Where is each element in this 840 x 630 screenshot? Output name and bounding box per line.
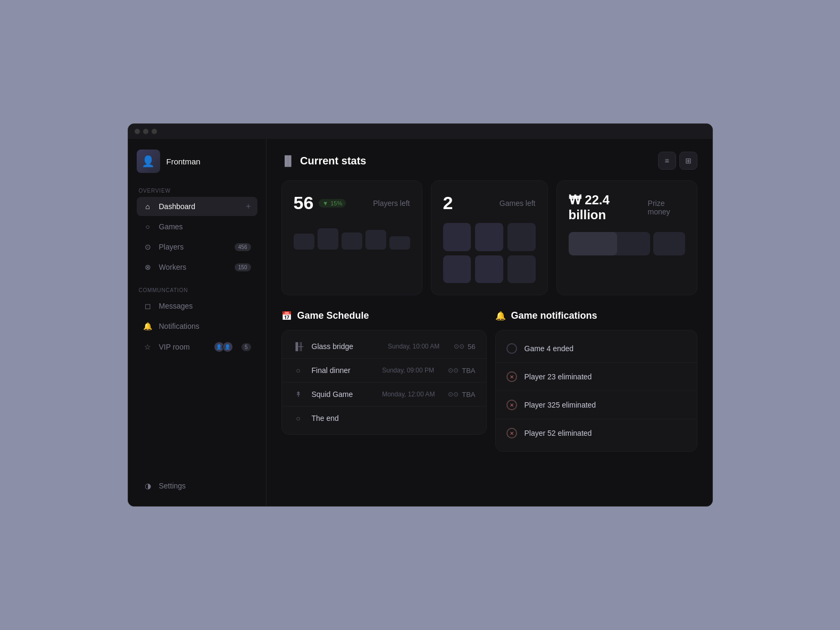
schedule-row-final-dinner[interactable]: ○ Final dinner Sunday, 09:00 PM ⊙⊙ TBA [282,359,486,383]
sidebar: 👤 Frontman OVERVIEW ⌂ Dashboard + ○ Game… [128,139,267,506]
bar-1 [294,234,314,250]
squid-game-players: ⊙⊙ TBA [448,391,475,399]
schedule-title-row: 📅 Game Schedule [281,310,487,321]
game-schedule-section: 📅 Game Schedule ▐╫ Glass bridge Sunday, … [281,310,487,452]
final-dinner-icon: ○ [293,366,304,375]
header-controls: ≡ ⊞ [658,152,697,170]
squid-game-icon: ↟ [293,390,304,399]
square-1 [443,223,471,251]
prize-label: Prize money [648,199,685,216]
final-dinner-count: TBA [462,367,475,375]
notif-player-325[interactable]: ✕ Player 325 eliminated [496,391,697,419]
avatar: 👤 [137,150,160,173]
square-3 [508,223,536,251]
vip-count-badge: 5 [242,343,251,351]
notif-text-player-23: Player 23 eliminated [525,372,592,381]
sidebar-item-vip-room[interactable]: ☆ VIP room 👤 👤 5 [137,337,257,357]
vip-label: VIP room [159,343,207,351]
grid-icon: ⊞ [685,156,692,165]
maximize-button[interactable] [152,129,157,134]
notification-bell-icon: 🔔 [495,311,506,321]
games-left-label: Games left [500,199,536,208]
schedule-card: ▐╫ Glass bridge Sunday, 10:00 AM ⊙⊙ 56 [281,330,487,435]
bar-2 [318,228,338,250]
bar-5 [389,236,410,250]
down-arrow-icon: ▼ [322,200,328,206]
square-2 [475,223,503,251]
sidebar-item-workers[interactable]: ⊗ Workers 150 [137,258,257,277]
grid-view-button[interactable]: ⊞ [679,152,697,170]
notif-text-player-52: Player 52 eliminated [525,429,592,437]
stats-header: ▐▌ Current stats ≡ ⊞ [281,152,697,170]
square-5 [475,255,503,284]
glass-bridge-count: 56 [468,343,475,351]
schedule-row-the-end[interactable]: ○ The end [282,407,486,430]
games-left-top: 2 Games left [443,193,536,213]
avatar-image: 👤 [137,150,160,173]
games-left-card: 2 Games left [431,180,548,295]
sidebar-item-settings[interactable]: ◑ Settings [137,476,257,495]
final-dinner-name: Final dinner [312,366,375,375]
profile-name: Frontman [167,157,201,166]
players-icon: ⊙ [143,242,153,252]
prize-amount: ₩ 22.4 billion [569,193,643,222]
the-end-icon: ○ [293,414,304,422]
players-group-icon-3: ⊙⊙ [448,391,459,398]
close-button[interactable] [135,129,140,134]
add-icon[interactable]: + [246,202,251,211]
prize-bar-right [653,232,685,255]
vip-avatars: 👤 👤 [214,342,233,352]
game-notifications-section: 🔔 Game notifications Game 4 ended ✕ Play… [495,310,697,452]
players-badge: 456 [235,243,251,251]
notif-text-game-ended: Game 4 ended [525,344,574,353]
notif-player-23[interactable]: ✕ Player 23 eliminated [496,363,697,391]
settings-icon: ◑ [143,481,153,491]
the-end-name: The end [312,414,402,422]
notifications-label: Notifications [159,322,251,330]
prize-bar-bg [569,232,650,255]
dashboard-label: Dashboard [159,202,240,211]
messages-label: Messages [159,302,251,310]
stats-title-row: ▐▌ Current stats [281,155,367,167]
players-left-label: Players left [373,199,410,208]
players-left-number: 56 [294,193,314,213]
players-bars [294,223,410,250]
squid-game-count: TBA [462,391,475,399]
communication-nav: ◻ Messages 🔔 Notifications ☆ VIP room 👤 … [137,296,257,357]
schedule-inner: ▐╫ Glass bridge Sunday, 10:00 AM ⊙⊙ 56 [282,330,486,434]
sidebar-item-notifications[interactable]: 🔔 Notifications [137,317,257,336]
notif-icon-elim-3: ✕ [506,428,517,438]
overview-section-label: OVERVIEW [137,188,257,194]
prize-money-card: ₩ 22.4 billion Prize money [556,180,697,295]
notif-player-52[interactable]: ✕ Player 52 eliminated [496,419,697,447]
minimize-button[interactable] [143,129,148,134]
games-label: Games [159,222,251,231]
notifications-title-row: 🔔 Game notifications [495,310,697,321]
players-group-icon-2: ⊙⊙ [448,367,459,374]
bar-chart-icon: ▐▌ [281,155,295,167]
schedule-row-glass-bridge[interactable]: ▐╫ Glass bridge Sunday, 10:00 AM ⊙⊙ 56 [282,335,486,359]
overview-nav: ⌂ Dashboard + ○ Games ⊙ Players 456 ⊗ Wo… [137,197,257,277]
workers-badge: 150 [235,263,251,271]
prize-bar-fill [569,232,618,255]
glass-bridge-icon: ▐╫ [293,342,304,351]
sidebar-item-dashboard[interactable]: ⌂ Dashboard + [137,197,257,216]
sidebar-item-players[interactable]: ⊙ Players 456 [137,237,257,256]
list-view-button[interactable]: ≡ [658,152,676,170]
notif-icon-elim-1: ✕ [506,371,517,382]
notif-game-4-ended[interactable]: Game 4 ended [496,335,697,363]
square-6 [508,255,536,284]
calendar-icon: 📅 [281,311,292,321]
communication-section-label: COMMUNCATION [137,287,257,293]
players-left-change: ▼ 15% [319,199,346,208]
sidebar-item-messages[interactable]: ◻ Messages [137,296,257,316]
schedule-row-squid-game[interactable]: ↟ Squid Game Monday, 12:00 AM ⊙⊙ TBA [282,383,486,407]
app-body: 👤 Frontman OVERVIEW ⌂ Dashboard + ○ Game… [128,139,712,506]
sidebar-item-games[interactable]: ○ Games [137,217,257,236]
workers-icon: ⊗ [143,262,153,272]
notifications-title: Game notifications [511,310,597,321]
notifications-card: Game 4 ended ✕ Player 23 eliminated ✕ Pl… [495,330,697,452]
list-icon: ≡ [664,156,669,165]
workers-label: Workers [159,263,228,271]
games-squares [443,223,536,283]
